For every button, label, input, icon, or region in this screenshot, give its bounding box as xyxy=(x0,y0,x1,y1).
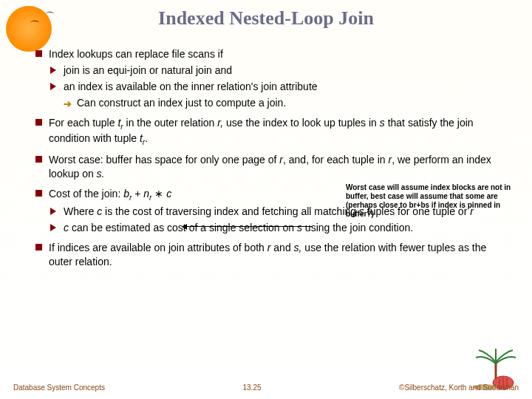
var: b xyxy=(123,188,129,200)
var: n xyxy=(143,188,149,200)
bird-decoration: ⌒ xyxy=(30,19,40,33)
footer: Database System Concepts 13.25 ©Silbersc… xyxy=(0,383,532,392)
square-bullet-icon xyxy=(35,190,42,197)
bullet-2: join is an equi-join or natural join and xyxy=(35,64,507,78)
text: Cost of the join: xyxy=(49,188,123,200)
text: an index is available on the inner relat… xyxy=(64,81,318,92)
bullet-1: For each tuple tr in the outer relation … xyxy=(35,116,507,148)
text: Worst case: buffer has space for only on… xyxy=(49,154,279,166)
bullet-3: ➔Can construct an index just to compute … xyxy=(35,96,507,110)
triangle-bullet-icon xyxy=(50,208,56,215)
footer-left: Database System Concepts xyxy=(13,383,105,392)
slide-body: Index lookups can replace file scans if … xyxy=(0,30,532,269)
var: s. xyxy=(97,168,105,180)
square-bullet-icon xyxy=(35,244,42,250)
var: r, xyxy=(217,117,223,129)
text: Where xyxy=(64,205,97,217)
var: c xyxy=(166,188,171,200)
footer-center: 13.25 xyxy=(243,383,262,392)
text: For each tuple xyxy=(49,117,117,129)
var: c xyxy=(64,222,69,233)
footer-right: ©Silberschatz, Korth and Sudarshan xyxy=(399,383,519,392)
arrow-bullet-icon: ➔ xyxy=(64,98,72,111)
bullet-2: an index is available on the inner relat… xyxy=(35,80,507,94)
text: using the join condition. xyxy=(302,222,413,233)
text: + xyxy=(132,188,143,200)
text: Can construct an index just to compute a… xyxy=(77,97,286,109)
bullet-1: If indices are available on join attribu… xyxy=(35,241,507,269)
bullet-1: Index lookups can replace file scans if xyxy=(35,47,507,61)
var: s xyxy=(380,117,385,129)
text: use the index to look up tuples in xyxy=(223,117,380,129)
bullet-2: c can be estimated as cost of a single s… xyxy=(35,221,507,235)
square-bullet-icon xyxy=(35,119,42,126)
square-bullet-icon xyxy=(35,156,42,163)
text: , and, for each tuple in xyxy=(283,154,388,166)
bullet-1: Worst case: buffer has space for only on… xyxy=(35,153,507,181)
slide-title: Indexed Nested-Loop Join xyxy=(0,0,532,30)
text: Index lookups can replace file scans if xyxy=(49,48,223,60)
var: s, xyxy=(294,242,302,253)
var: s xyxy=(297,222,302,233)
text: is the cost of traversing index and fetc… xyxy=(102,205,359,217)
annotation-arrow-head-icon xyxy=(182,224,187,230)
triangle-bullet-icon xyxy=(50,224,56,231)
triangle-bullet-icon xyxy=(50,83,56,90)
triangle-bullet-icon xyxy=(50,66,56,74)
text: in the outer relation xyxy=(123,117,218,129)
text: join is an equi-join or natural join and xyxy=(64,64,232,76)
text: ∗ xyxy=(151,188,166,200)
annotation-arrow-line xyxy=(186,226,312,227)
text: and xyxy=(270,242,293,253)
bird-decoration: ⌒ xyxy=(44,10,55,24)
annotation-note: Worst case will assume index blocks are … xyxy=(346,183,513,219)
text: If indices are available on join attribu… xyxy=(49,242,267,253)
text: . xyxy=(145,132,148,144)
square-bullet-icon xyxy=(35,50,42,57)
